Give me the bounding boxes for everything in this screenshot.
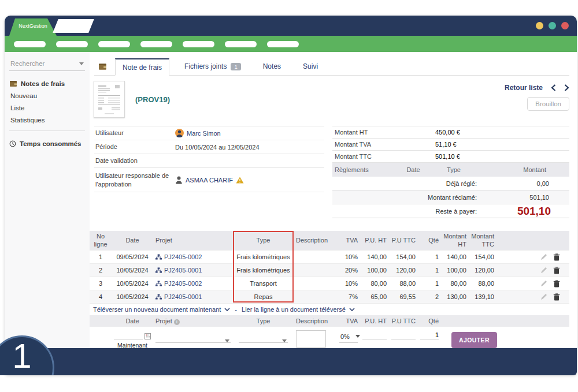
line-pu-ttc: 120,00 (389, 267, 418, 274)
date-input[interactable] (114, 330, 143, 339)
upload-new-document-link[interactable]: Téléverser un nouveau document maintenan… (93, 306, 230, 313)
sidebar-item-statistiques[interactable]: Statistiques (10, 111, 85, 124)
approver-link[interactable]: ASMAA CHARIF (186, 177, 233, 184)
search-select[interactable]: Rechercher (9, 59, 85, 71)
summary-row-deja-regle: Déjà réglé: 0,00 (332, 177, 569, 191)
info-row-approbateur: Utilisateur responsable de l'approbation… (94, 168, 324, 192)
reglements-header: Règlements Date Type Montant (332, 163, 569, 177)
amount-row-ttc: Montant TTC 501,10 € (332, 151, 569, 163)
sitemap-icon (155, 294, 162, 300)
column-header: No ligne (90, 233, 112, 249)
tab-note-de-frais[interactable]: Note de frais (115, 58, 169, 76)
line-date: 09/05/2024 (112, 253, 153, 260)
line-pu-ht: 65,00 (360, 293, 389, 300)
sidebar-group-temps-consommes[interactable]: Temps consommés (9, 140, 85, 147)
sitemap-icon (155, 267, 162, 273)
link-document-link[interactable]: Lier la ligne à un document téléversé (242, 306, 355, 313)
info-row-periode: Période Du 10/05/2024 au 12/05/2024 (94, 140, 324, 154)
tva-selected-value: 0% (340, 333, 350, 340)
brand-tab[interactable]: NextGestion (9, 18, 57, 36)
ajouter-button[interactable]: AJOUTER (451, 332, 497, 348)
document-thumbnail[interactable] (94, 81, 125, 118)
back-to-list-link[interactable]: Retour liste (505, 84, 543, 92)
project-link[interactable]: PJ2405-0001 (155, 293, 202, 300)
column-header: Type (233, 237, 294, 245)
line-date: 10/05/2024 (112, 280, 153, 287)
description-textarea[interactable] (296, 330, 326, 348)
menu-pill[interactable] (267, 41, 299, 47)
pu-ttc-input[interactable] (391, 330, 416, 339)
line-type: Transport (233, 280, 294, 287)
column-header: Montant HT (441, 233, 469, 249)
trash-icon[interactable] (553, 280, 560, 288)
sidebar-item-liste[interactable]: Liste (10, 99, 85, 111)
tab-suivi[interactable]: Suivi (296, 58, 325, 75)
sidebar-group-notes-de-frais[interactable]: Notes de frais (9, 80, 85, 87)
summary-label: Montant réclamé: (428, 194, 477, 201)
trash-icon[interactable] (553, 267, 560, 274)
column-header: P.U. HT (360, 237, 389, 245)
wallet-icon (98, 63, 107, 70)
project-link[interactable]: PJ2405-0001 (155, 267, 202, 274)
line-qte: 1 (418, 267, 441, 274)
column-header: Projet (155, 318, 172, 324)
tva-select[interactable]: 0% (339, 330, 358, 343)
amounts-column: Montant HT 450,00 € Montant TVA 51,10 € … (332, 126, 569, 218)
edit-icon[interactable] (540, 293, 547, 301)
status-badge-brouillon[interactable]: Brouillon (527, 97, 569, 111)
tab-notes[interactable]: Notes (256, 58, 288, 75)
table-row: 2 10/05/2024 PJ2405-0001 Frais kilométri… (90, 263, 569, 277)
form-header-row: Date Projet i Type Description TVA P.U. … (90, 315, 569, 327)
window-controls (536, 22, 569, 29)
line-pu-ttc: 154,00 (389, 253, 418, 260)
edit-icon[interactable] (540, 253, 547, 261)
user-link[interactable]: Marc Simon (187, 130, 221, 137)
sidebar-item-nouveau[interactable]: Nouveau (10, 87, 85, 99)
line-montant-ht: 100,00 (441, 267, 469, 274)
info-icon[interactable]: i (174, 319, 180, 325)
sidebar-group-title: Notes de frais (21, 80, 65, 87)
line-montant-ht: 140,00 (441, 253, 469, 260)
menu-pill[interactable] (183, 41, 214, 47)
project-link[interactable]: PJ2405-0002 (155, 253, 202, 260)
chevron-down-icon (349, 308, 355, 311)
search-placeholder: Rechercher (10, 60, 45, 67)
clock-icon (9, 140, 16, 147)
field-label: Date validation (94, 155, 175, 166)
line-montant-ttc: 139,10 (469, 293, 497, 300)
trash-icon[interactable] (553, 253, 560, 261)
maximize-dot-icon[interactable] (549, 22, 556, 29)
app-window: NextGestion Rechercher (5, 16, 577, 375)
minimize-dot-icon[interactable] (536, 22, 543, 29)
qte-input[interactable] (420, 330, 439, 339)
wallet-icon (9, 80, 17, 87)
menu-pill[interactable] (14, 41, 46, 47)
column-header: Projet (153, 237, 233, 245)
column-header: Description (294, 237, 337, 245)
field-value: Du 10/05/2024 au 12/05/2024 (175, 144, 260, 151)
project-link[interactable]: PJ2405-0002 (155, 280, 202, 287)
avatar (175, 129, 184, 137)
tab-label: Suivi (303, 62, 318, 70)
warning-icon (236, 177, 244, 184)
sitemap-icon (155, 254, 162, 260)
calendar-icon[interactable] (144, 333, 151, 339)
project-select[interactable] (155, 330, 231, 343)
menu-pill[interactable] (98, 41, 130, 47)
menu-pill[interactable] (56, 41, 88, 47)
next-record-button[interactable] (564, 84, 569, 91)
edit-icon[interactable] (540, 267, 547, 274)
close-dot-icon[interactable] (561, 22, 569, 29)
chevron-down-icon (79, 62, 84, 65)
tab-fichiers-joints[interactable]: Fichiers joints 1 (177, 58, 248, 75)
pu-ht-input[interactable] (362, 330, 387, 339)
edit-icon[interactable] (540, 280, 547, 288)
previous-record-button[interactable] (551, 84, 556, 91)
type-select[interactable] (239, 330, 288, 343)
menu-pill[interactable] (225, 41, 257, 47)
line-qte: 1 (418, 253, 441, 260)
line-qte: 1 (418, 280, 441, 287)
menu-pill[interactable] (140, 41, 172, 47)
trash-icon[interactable] (553, 293, 560, 301)
project-code: PJ2405-0001 (164, 267, 202, 274)
